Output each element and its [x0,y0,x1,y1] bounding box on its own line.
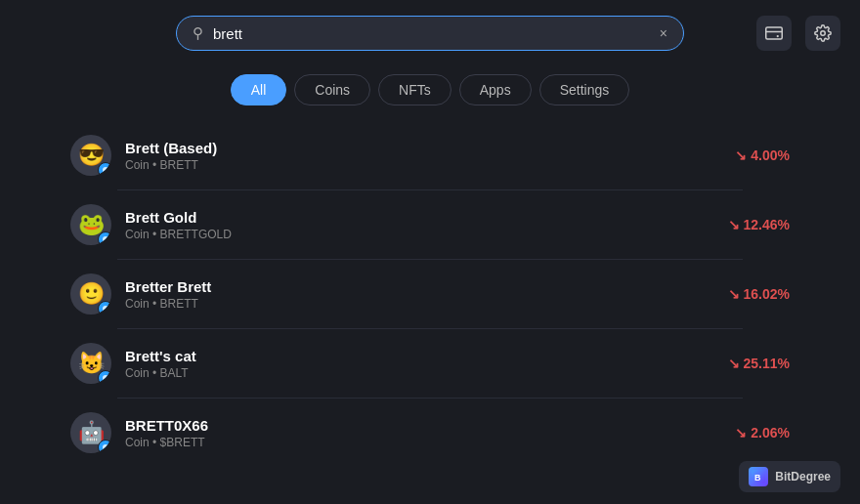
coin-change: ↘ 12.46% [728,217,790,232]
coin-info: Bretter Brett Coin • BRETT [125,278,714,311]
svg-point-6 [103,306,108,312]
top-bar: ⚲ brett × [0,0,860,66]
coin-meta: Coin • BRETTGOLD [125,228,714,241]
bd-logo-icon: B [749,467,768,486]
coin-name: Brett (Based) [125,140,721,156]
svg-point-4 [103,167,108,173]
result-item[interactable]: 😎 Brett (Based) Coin • BRETT ↘ 4.00% [59,121,801,189]
coin-avatar: 😎 [70,135,111,176]
bottom-bar: B BitDegree [739,461,840,492]
wallet-icon [765,24,783,42]
coin-name: Bretter Brett [125,278,714,295]
coin-name: Brett Gold [125,209,714,226]
svg-rect-0 [766,27,783,39]
tab-nfts[interactable]: NFTs [378,74,452,105]
tab-all[interactable]: All [231,74,287,105]
search-input[interactable]: brett [213,25,650,42]
svg-point-5 [103,236,108,242]
settings-button[interactable] [805,16,840,51]
bitdegree-logo: B BitDegree [739,461,840,492]
svg-point-7 [103,375,108,381]
coin-meta: Coin • BALT [125,366,714,380]
svg-point-8 [103,444,108,450]
coin-info: Brett Gold Coin • BRETTGOLD [125,209,714,241]
coin-avatar: 😺 [70,343,111,384]
search-icon: ⚲ [193,24,203,42]
svg-point-2 [777,35,779,37]
clear-icon[interactable]: × [660,25,667,41]
coin-info: Brett's cat Coin • BALT [125,348,714,380]
results-list: 😎 Brett (Based) Coin • BRETT ↘ 4.00% 🐸 B… [0,121,860,467]
coin-name: BRETT0X66 [125,417,721,434]
result-item[interactable]: 🐸 Brett Gold Coin • BRETTGOLD ↘ 12.46% [59,190,801,259]
gear-icon [814,24,832,42]
chain-badge [98,301,111,315]
chain-badge [98,440,111,453]
coin-name: Brett's cat [125,348,714,364]
bitdegree-label: BitDegree [775,470,831,483]
coin-change: ↘ 4.00% [735,147,790,163]
svg-text:B: B [754,473,761,483]
svg-point-3 [821,31,826,36]
filter-tabs: All Coins NFTs Apps Settings [0,66,860,121]
wallet-button[interactable] [756,16,792,51]
top-right-icons [756,16,840,51]
coin-meta: Coin • $BRETT [125,436,721,449]
search-container: ⚲ brett × [176,16,684,51]
coin-meta: Coin • BRETT [125,158,721,172]
chain-badge [98,231,111,245]
coin-avatar: 🤖 [70,412,111,453]
coin-meta: Coin • BRETT [125,297,714,311]
tab-coins[interactable]: Coins [294,74,370,105]
tab-apps[interactable]: Apps [459,74,532,105]
coin-change: ↘ 25.11% [728,356,790,371]
tab-settings[interactable]: Settings [539,74,630,105]
coin-info: BRETT0X66 Coin • $BRETT [125,417,721,449]
chain-badge [98,162,111,176]
result-item[interactable]: 😺 Brett's cat Coin • BALT ↘ 25.11% [59,329,801,398]
coin-avatar: 🐸 [70,204,111,245]
result-item[interactable]: 🤖 BRETT0X66 Coin • $BRETT ↘ 2.06% [59,399,801,467]
coin-change: ↘ 16.02% [728,286,790,302]
result-item[interactable]: 🙂 Bretter Brett Coin • BRETT ↘ 16.02% [59,260,801,328]
coin-info: Brett (Based) Coin • BRETT [125,140,721,172]
chain-badge [98,370,111,384]
coin-change: ↘ 2.06% [735,425,790,441]
coin-avatar: 🙂 [70,273,111,315]
